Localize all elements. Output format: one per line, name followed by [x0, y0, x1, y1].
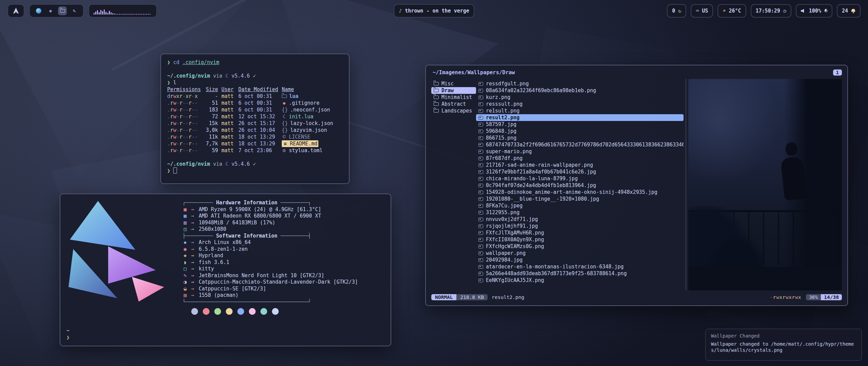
file-item[interactable]: FXfcII0X0AQyn9X.png	[476, 236, 684, 243]
file-permissions: -rwxrwxrwx	[770, 294, 801, 300]
workspace-design[interactable]: ✎	[70, 6, 79, 15]
section-title: ┌───────── Hardware Information ────────…	[182, 200, 358, 206]
arrow-icon: →	[191, 279, 196, 286]
visualizer-bar	[102, 11, 103, 15]
notification-popup[interactable]: Wallpaper Changed Wallpaper changed to /…	[705, 329, 862, 361]
image-icon	[478, 190, 483, 194]
file-item[interactable]: 19201080-__blue-tinge__-1920×1080.jpg	[476, 196, 684, 202]
volume-level: 100%	[809, 8, 821, 14]
cwd-path: ~	[66, 328, 70, 334]
font-icon: ✎	[182, 272, 188, 279]
arrow-icon: →	[191, 239, 196, 246]
ls-date: 6 oct 00:31	[238, 106, 278, 113]
file-item[interactable]: 154928-odinokoe_anime-art-anime-okno-sin…	[476, 189, 684, 196]
volume-module[interactable]: 100%	[796, 4, 832, 18]
file-item[interactable]: kurz.png	[476, 94, 684, 101]
sidebar-item-minimalist[interactable]: Minimalist	[431, 94, 476, 101]
file-item[interactable]: 217167-sad-anime-rain-wallpaper.png	[476, 162, 684, 168]
launcher-button[interactable]	[7, 4, 24, 18]
file-item[interactable]: rsjqojlmjhf91.jpg	[476, 223, 684, 229]
ls-name: {}.neoconf.json	[282, 106, 343, 113]
fetch-value: Hyprland	[199, 252, 223, 259]
file-item[interactable]: re1sult.png	[476, 107, 684, 114]
fetch-value: AMD ATI Radeon RX 6800/6800 XT / 6900 XT	[199, 213, 321, 220]
via-label: via	[213, 161, 222, 167]
visualizer-bar	[111, 12, 112, 15]
image-icon	[478, 238, 483, 242]
file-item[interactable]: super-mario.png	[476, 148, 684, 155]
file-item[interactable]: 587597.jpg	[476, 121, 684, 128]
weather-module[interactable]: ☀ 26°C	[717, 4, 746, 18]
music-icon: ♪	[399, 8, 402, 14]
file-item[interactable]: ressdfgult.png	[476, 80, 684, 87]
updates-module[interactable]: 0 ↻	[667, 4, 686, 18]
media-module[interactable]: ♪ thrown - on the verge	[394, 4, 474, 18]
arrow-icon: →	[191, 286, 196, 292]
ls-name: ☾init.lua	[282, 113, 343, 120]
workspace-chat[interactable]: ❖	[46, 6, 55, 15]
keyboard-layout-module[interactable]: ⌨ US	[691, 4, 713, 18]
via-label: via	[213, 73, 222, 79]
file-item[interactable]: nnvuv0xj2df71.jpg	[476, 216, 684, 223]
sidebar-item-draw[interactable]: Draw	[431, 87, 476, 94]
image-icon	[478, 143, 483, 147]
file-item[interactable]: chica-mirando-la-luna-8799.jpg	[476, 175, 684, 182]
file-item[interactable]: 08a634fa02a32364f69ebc86a98eb1eb.png	[476, 87, 684, 94]
sidebar-item-abstract[interactable]: Abstract	[431, 101, 476, 107]
sidebar-item-landscapes[interactable]: Landscapes	[431, 107, 476, 114]
file-item[interactable]: 68747470733a2f2f696d616765732d7769786d70…	[476, 141, 684, 148]
visualizer-bar	[122, 14, 123, 15]
visualizer-module[interactable]	[88, 4, 157, 18]
file-item[interactable]: resssult.png	[476, 101, 684, 107]
file-item[interactable]: atardecer-en-la-montanas-ilustracion-634…	[476, 263, 684, 270]
sidebar-item-misc[interactable]: Misc	[431, 80, 476, 87]
file-item[interactable]: 8FKa7Cu.jpeg	[476, 202, 684, 209]
fetch-row: ▣→AMD Ryzen 9 5900X (24) @ 4.9GHz [61.3°…	[182, 206, 358, 213]
file-item[interactable]: 5a266e448add93deab367d87173e9f25-6837886…	[476, 270, 684, 277]
ls-size: 51	[204, 100, 218, 106]
file-item[interactable]: 20492984.jpg	[476, 257, 684, 263]
sidebar-directory-list: MiscDrawMinimalistAbstractLandscapes	[431, 79, 476, 290]
visualizer-bar	[124, 14, 125, 15]
arrow-icon: →	[191, 259, 196, 266]
file-name: stylua.toml	[289, 147, 322, 154]
‎chat-icon: ❖	[49, 8, 52, 14]
workspace-firefox[interactable]	[34, 6, 43, 15]
palette-dot	[226, 308, 233, 315]
file-item[interactable]: 866715.png	[476, 135, 684, 141]
pane-separator	[686, 79, 686, 290]
notifications-module[interactable]: 24	[837, 4, 861, 18]
file-item[interactable]: result2.png	[476, 114, 684, 121]
image-icon	[478, 272, 483, 276]
ls-user: matt	[221, 113, 235, 120]
file-item[interactable]: FXfcJlTXgAMvH6R.png	[476, 229, 684, 236]
tab-badge[interactable]: 1	[833, 69, 842, 76]
updates-icon: ↻	[678, 8, 681, 14]
ls-date: 26 oct 15:17	[238, 120, 278, 127]
visualizer-bar	[117, 14, 118, 15]
file-item[interactable]: FXfcHgcWIAMzs0G.png	[476, 243, 684, 250]
fetch-row: ▦→AMD ATI Radeon RX 6800/6800 XT / 6900 …	[182, 213, 358, 220]
preview-figure	[786, 142, 797, 156]
clock-module[interactable]: 17:50:29 ◷	[751, 4, 791, 18]
file-name: LICENSE	[289, 134, 310, 140]
palette-dot	[203, 308, 210, 315]
file-item[interactable]: 87r687df.png	[476, 155, 684, 162]
image-icon	[478, 109, 483, 113]
file-item[interactable]: 3126f7e9bbf21a8a4af0b67b041c6e26.jpg	[476, 168, 684, 175]
file-size-badge: 218.8 KB	[456, 294, 488, 300]
image-icon	[478, 102, 483, 106]
file-item[interactable]: 3122955.png	[476, 209, 684, 216]
fetch-value: 868x366	[199, 226, 226, 233]
directory-name: Minimalist	[441, 94, 472, 101]
file-name: 587597.jpg	[486, 121, 516, 128]
ls-user: matt	[221, 140, 235, 147]
system-info-panel: ┌───────── Hardware Information ────────…	[182, 200, 358, 315]
file-item[interactable]: 0c794faf07de24a4db4d4fb1eb813964.jpg	[476, 182, 684, 189]
file-item[interactable]: wallpaper.png	[476, 250, 684, 257]
file-item[interactable]: EeNKYgIUcAAJ5JX.png	[476, 277, 684, 284]
arrow-icon: →	[191, 246, 196, 253]
file-item[interactable]: 596848.jpg	[476, 128, 684, 135]
fetch-row: ◉→6.5.8-zen1-1-zen	[182, 246, 358, 253]
workspace-files[interactable]	[58, 6, 67, 15]
